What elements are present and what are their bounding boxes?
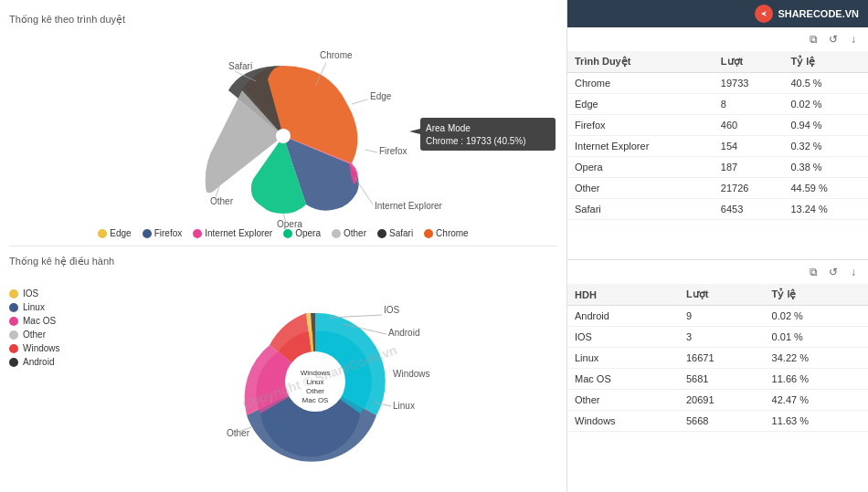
browser-table-toolbar: ⧉ ↺ ↓ xyxy=(567,27,868,51)
svg-marker-18 xyxy=(409,129,420,134)
svg-text:Chrome: Chrome xyxy=(320,50,353,60)
table-row: Mac OS568111.66 % xyxy=(567,369,868,390)
table-row: Linux1667134.22 % xyxy=(567,348,868,369)
os-ratio-col-header: Tỷ lệ xyxy=(765,284,868,306)
brand-header: SHARECODE.VN xyxy=(567,0,868,27)
brand-logo: SHARECODE.VN xyxy=(755,5,859,23)
brand-logo-icon xyxy=(755,5,773,23)
bottom-section-title: Thống kê hệ điều hành xyxy=(9,251,557,270)
os-chart: Copyright © ShareCode.vn xyxy=(82,270,557,483)
table-row: Chrome1973340.5 % xyxy=(567,73,868,94)
os-refresh-icon[interactable]: ↺ xyxy=(826,265,841,279)
os-download-icon[interactable]: ↓ xyxy=(846,265,861,279)
browser-chart: Edge Firefox Other Opera Internet Explor… xyxy=(9,28,557,225)
legend-chrome: Chrome xyxy=(424,228,469,238)
refresh-icon[interactable]: ↺ xyxy=(826,32,841,47)
svg-line-2 xyxy=(352,99,367,104)
svg-text:Area Mode: Area Mode xyxy=(426,123,471,133)
table-row: Firefox4600.94 % xyxy=(567,115,868,136)
table-row: IOS30.01 % xyxy=(567,327,868,348)
legend-other: Other xyxy=(332,228,366,238)
copy-icon[interactable]: ⧉ xyxy=(806,32,820,47)
svg-text:Windows: Windows xyxy=(393,369,430,379)
legend-ie: Internet Explorer xyxy=(193,228,272,238)
svg-text:Safari: Safari xyxy=(228,61,252,71)
svg-text:Firefox: Firefox xyxy=(379,146,408,156)
svg-text:Other: Other xyxy=(227,428,250,438)
legend-opera: Opera xyxy=(283,228,321,238)
os-col-header: HDH xyxy=(567,284,679,306)
svg-text:Other: Other xyxy=(210,196,234,206)
svg-line-4 xyxy=(365,150,377,152)
legend-safari: Safari xyxy=(377,228,413,238)
svg-text:Mac OS: Mac OS xyxy=(302,396,329,404)
os-table-toolbar: ⧉ ↺ ↓ xyxy=(567,260,868,284)
svg-text:Opera: Opera xyxy=(277,219,302,229)
svg-text:Android: Android xyxy=(388,328,419,338)
svg-text:Other: Other xyxy=(306,387,324,395)
svg-text:Edge: Edge xyxy=(370,91,392,101)
browser-table: Trình Duyệt Lượt Tỷ lệ Chrome1973340.5 %… xyxy=(567,51,868,220)
svg-text:Internet Explorer: Internet Explorer xyxy=(375,201,443,211)
ratio-col-header: Tỷ lệ xyxy=(783,51,868,73)
os-visits-col-header: Lượt xyxy=(679,284,765,306)
svg-text:Windows: Windows xyxy=(301,369,330,377)
svg-text:Chrome : 19733 (40.5%): Chrome : 19733 (40.5%) xyxy=(426,136,526,146)
browser-table-section: ⧉ ↺ ↓ Trình Duyệt Lượt Tỷ lệ Chrome19733… xyxy=(567,27,868,259)
table-row: Edge80.02 % xyxy=(567,94,868,115)
os-copy-icon[interactable]: ⧉ xyxy=(806,265,820,279)
table-row: Safari645313.24 % xyxy=(567,199,868,220)
table-row: Other2172644.59 % xyxy=(567,178,868,199)
legend-firefox: Firefox xyxy=(143,228,183,238)
svg-text:Linux: Linux xyxy=(306,378,323,386)
download-icon[interactable]: ↓ xyxy=(846,32,861,47)
table-row: Android90.02 % xyxy=(567,306,868,327)
svg-text:Linux: Linux xyxy=(393,401,415,411)
table-row: Internet Explorer1540.32 % xyxy=(567,136,868,157)
table-row: Opera1870.38 % xyxy=(567,157,868,178)
brand-name: SHARECODE.VN xyxy=(778,8,859,19)
legend-edge: Edge xyxy=(98,228,131,238)
table-row: Other2069142.47 % xyxy=(567,390,868,411)
os-table-section: ⧉ ↺ ↓ HDH Lượt Tỷ lệ Android90.02 %IOS30… xyxy=(567,259,868,492)
os-left-legend: IOS Linux Mac OS Other Windows Android xyxy=(9,270,82,483)
visits-col-header: Lượt xyxy=(714,51,784,73)
svg-point-0 xyxy=(276,129,291,143)
browser-col-header: Trình Duyệt xyxy=(567,51,714,73)
table-row: Windows566811.63 % xyxy=(567,411,868,432)
os-table: HDH Lượt Tỷ lệ Android90.02 %IOS30.01 %L… xyxy=(567,284,868,432)
top-section-title: Thống kê theo trình duyệt xyxy=(9,9,557,28)
svg-text:IOS: IOS xyxy=(384,305,400,315)
